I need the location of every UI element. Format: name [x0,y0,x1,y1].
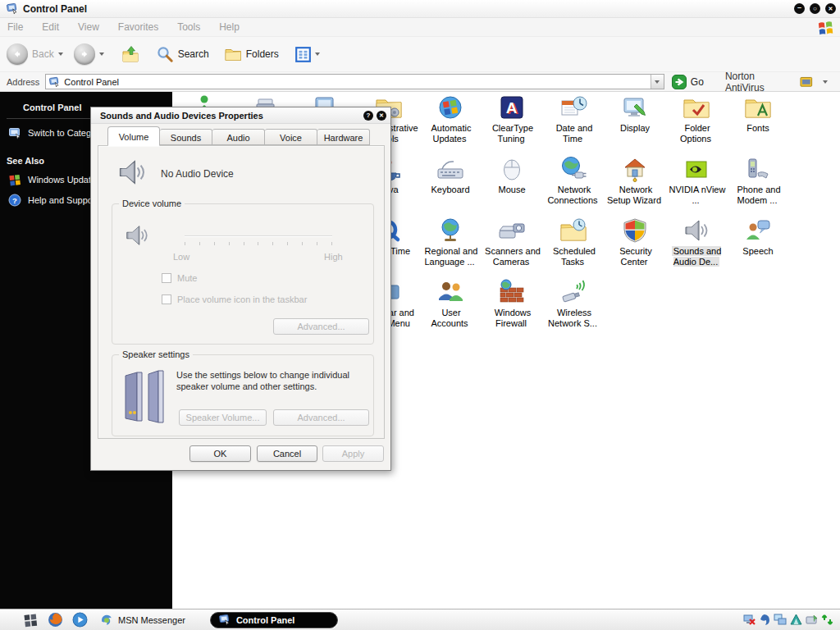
system-tray [742,613,834,627]
taskbar-item-label: MSN Messenger [118,615,185,625]
dialog-title: Sounds and Audio Devices Properties [100,111,263,121]
forward-button[interactable] [74,43,95,65]
display-tray-icon[interactable] [789,613,803,627]
speaker-settings-description: Use the settings below to change individ… [176,369,368,392]
menu-edit[interactable]: Edit [42,21,59,33]
msn-tray-icon[interactable] [758,613,772,627]
control-panel-icon [6,2,18,15]
norton-dropdown-icon[interactable] [823,80,828,84]
speaker-volume-button[interactable]: Speaker Volume... [179,409,267,426]
cancel-button[interactable]: Cancel [257,445,317,462]
grid-item-display[interactable]: Display [605,94,664,134]
folders-icon[interactable] [224,45,242,63]
grid-item-folder-options[interactable]: Folder Options [667,94,726,144]
tab-voice[interactable]: Voice [265,129,317,145]
user-accounts-icon [436,278,464,306]
scheduled-tasks-icon [559,217,587,244]
grid-item-phone-and-modem[interactable]: Phone and Modem ... [728,155,788,206]
grid-item-automatic-updates[interactable]: Automatic Updates [421,94,480,144]
ok-button[interactable]: OK [189,445,251,462]
norton-icon[interactable] [800,75,813,89]
grid-item-mouse[interactable]: Mouse [482,155,541,195]
grid-item-scanners-and-cameras[interactable]: Scanners and Cameras [482,217,541,267]
window-title: Control Panel [23,3,87,15]
firefox-icon[interactable] [48,612,63,628]
grid-item-label: Automatic Updates [421,123,480,144]
date-time-icon [559,94,587,121]
menu-view[interactable]: View [78,21,99,33]
grid-item-network-connections[interactable]: Network Connections [544,155,603,206]
speaker-settings-advanced-button[interactable]: Advanced... [273,409,369,426]
grid-item-nvidia-nview[interactable]: NVIDIA nView ... [667,155,726,206]
start-flag-icon[interactable] [23,612,39,628]
dialog-help-button[interactable] [363,111,373,121]
speaker-icon [124,222,150,249]
network-activity-icon[interactable] [820,613,834,627]
grid-item-security-center[interactable]: Security Center [605,217,664,267]
grid-item-fonts[interactable]: Fonts [728,94,788,134]
menu-tools[interactable]: Tools [177,21,200,33]
dialog-close-button[interactable] [377,111,386,121]
volume-icon-taskbar-checkbox[interactable] [162,294,171,304]
grid-item-scheduled-tasks[interactable]: Scheduled Tasks [544,217,603,267]
keyboard-icon [436,155,464,183]
tab-hardware[interactable]: Hardware [317,129,370,145]
taskbar-item-control-panel[interactable]: Control Panel [210,612,338,628]
address-dropdown-button[interactable] [651,75,664,89]
speaker-settings-legend: Speaker settings [119,349,193,359]
network-error-icon[interactable] [742,613,756,627]
grid-item-label: Network Connections [544,185,603,206]
mute-label: Mute [177,273,197,283]
control-panel-icon [218,614,231,626]
grid-item-cleartype-tuning[interactable]: AAClearType Tuning [482,94,541,144]
grid-item-label: NVIDIA nView ... [667,185,726,206]
menu-favorites[interactable]: Favorites [118,21,158,33]
grid-item-regional-and-language[interactable]: Regional and Language ... [421,217,480,267]
tab-volume[interactable]: Volume [107,126,160,146]
back-dropdown-icon[interactable] [58,52,63,56]
taskbar-item-msn-messenger[interactable]: MSN Messenger [100,614,185,627]
back-label: Back [32,48,54,60]
grid-item-speech[interactable]: Speech [728,217,788,257]
close-button[interactable] [825,3,836,14]
automatic-updates-icon [436,94,464,121]
folders-label[interactable]: Folders [246,48,279,60]
media-player-icon[interactable] [72,612,88,628]
grid-item-date-and-time[interactable]: Date and Time [544,94,603,144]
volume-high-label: High [324,252,343,262]
forward-dropdown-icon[interactable] [99,52,104,56]
back-button[interactable] [7,43,28,65]
volume-slider[interactable] [185,235,332,237]
views-icon[interactable] [295,47,311,62]
minimize-button[interactable] [794,3,805,14]
mute-checkbox[interactable] [162,273,171,283]
menu-help[interactable]: Help [219,21,240,33]
fonts-icon [744,94,772,121]
tab-audio[interactable]: Audio [212,129,265,145]
grid-item-windows-firewall[interactable]: Windows Firewall [482,278,541,329]
apply-button[interactable]: Apply [322,445,384,462]
menu-file[interactable]: File [7,21,23,33]
wireless-network-icon [559,278,587,306]
grid-item-label: Sounds and Audio De... [667,246,726,267]
device-volume-advanced-button[interactable]: Advanced... [273,318,369,335]
grid-item-keyboard[interactable]: Keyboard [421,155,480,195]
go-label[interactable]: Go [691,76,704,88]
search-label[interactable]: Search [178,48,209,60]
grid-item-sounds-and-audio-de[interactable]: Sounds and Audio De... [667,217,726,267]
tab-sounds[interactable]: Sounds [160,129,212,145]
up-folder-icon[interactable] [121,45,139,63]
address-label: Address [7,77,39,87]
views-dropdown-icon[interactable] [315,52,320,56]
nvidia-icon [682,155,710,183]
address-input[interactable]: Control Panel [45,74,664,89]
grid-item-wireless-network-s[interactable]: Wireless Network S... [544,278,603,329]
card-reader-icon[interactable] [805,613,819,627]
network-tray-icon[interactable] [774,613,788,627]
search-icon[interactable] [156,45,174,63]
grid-item-network-setup-wizard[interactable]: Network Setup Wizard [605,155,664,206]
sounds-audio-icon [682,217,710,244]
grid-item-user-accounts[interactable]: User Accounts [421,278,480,329]
go-icon[interactable] [672,75,687,89]
maximize-button[interactable] [810,3,820,14]
